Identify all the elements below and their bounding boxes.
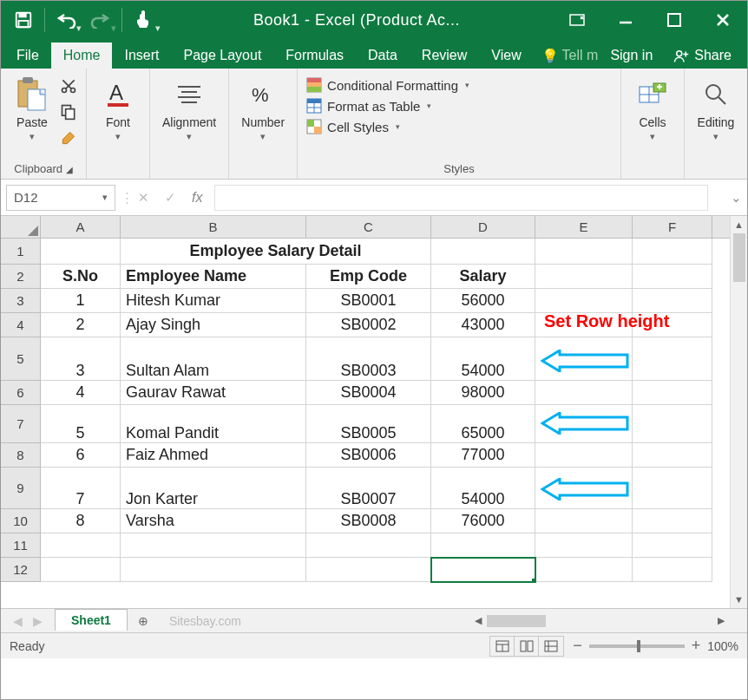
cell[interactable] xyxy=(535,381,633,405)
cell[interactable]: SB0006 xyxy=(306,443,431,468)
select-all-corner[interactable] xyxy=(1,216,41,238)
cell[interactable] xyxy=(121,533,306,558)
cell[interactable]: SB0005 xyxy=(306,405,431,443)
cell[interactable] xyxy=(535,509,633,533)
cell[interactable] xyxy=(121,558,306,582)
cell[interactable] xyxy=(535,265,633,289)
cell[interactable] xyxy=(535,533,633,558)
cancel-formula-icon[interactable]: ✕ xyxy=(138,190,149,206)
tab-file[interactable]: File xyxy=(4,43,51,69)
cell[interactable]: 54000 xyxy=(431,337,535,381)
cell[interactable]: SB0003 xyxy=(306,337,431,381)
cell[interactable] xyxy=(306,533,431,558)
minimize-icon[interactable] xyxy=(601,1,650,39)
alignment-button[interactable]: Alignment▾ xyxy=(159,74,220,144)
cell[interactable]: SB0007 xyxy=(306,468,431,509)
cell[interactable]: SB0008 xyxy=(306,509,431,533)
cell[interactable] xyxy=(633,405,712,443)
cell[interactable]: 76000 xyxy=(431,509,535,533)
cell[interactable] xyxy=(633,443,712,468)
cell[interactable] xyxy=(633,558,712,582)
cell[interactable]: Sultan Alam xyxy=(121,337,306,381)
cell[interactable] xyxy=(633,289,712,313)
undo-icon[interactable]: ▾ xyxy=(49,1,83,39)
scroll-thumb[interactable] xyxy=(733,233,745,282)
col-header[interactable]: C xyxy=(306,216,431,238)
cell[interactable]: Emp Code xyxy=(306,265,431,289)
col-header[interactable]: E xyxy=(535,216,633,238)
row-header[interactable]: 8 xyxy=(1,443,40,468)
tab-home[interactable]: Home xyxy=(51,43,113,69)
paste-button[interactable]: Paste▾ xyxy=(10,74,55,144)
scroll-thumb[interactable] xyxy=(487,615,546,627)
col-header[interactable]: D xyxy=(431,216,535,238)
tab-formulas[interactable]: Formulas xyxy=(273,43,356,69)
cell[interactable] xyxy=(431,533,535,558)
sheet-tab[interactable]: Sheet1 xyxy=(55,609,128,631)
cell[interactable] xyxy=(633,313,712,337)
cell[interactable]: 77000 xyxy=(431,443,535,468)
cell[interactable]: Salary xyxy=(431,265,535,289)
zoom-out-icon[interactable]: − xyxy=(573,637,582,655)
cell[interactable] xyxy=(633,533,712,558)
sign-in[interactable]: Sign in xyxy=(601,43,661,69)
cell[interactable]: 4 xyxy=(41,381,121,405)
cell[interactable]: 8 xyxy=(41,509,121,533)
conditional-formatting-button[interactable]: Conditional Formatting▾ xyxy=(306,77,612,93)
cut-icon[interactable] xyxy=(60,77,77,98)
row-header[interactable]: 3 xyxy=(1,289,40,313)
scroll-left-icon[interactable]: ◀ xyxy=(469,615,487,626)
maximize-icon[interactable] xyxy=(650,1,699,39)
page-break-view-icon[interactable] xyxy=(539,637,563,656)
cell[interactable]: SB0002 xyxy=(306,313,431,337)
zoom-slider[interactable] xyxy=(589,644,685,648)
editing-button[interactable]: Editing▾ xyxy=(693,74,738,144)
normal-view-icon[interactable] xyxy=(490,637,515,656)
col-header[interactable]: B xyxy=(121,216,306,238)
sheet-nav-next-icon[interactable]: ▶ xyxy=(33,614,43,628)
cell[interactable]: Employee Name xyxy=(121,265,306,289)
cell[interactable] xyxy=(535,558,633,582)
cell[interactable] xyxy=(633,381,712,405)
cell[interactable]: SB0004 xyxy=(306,381,431,405)
format-as-table-button[interactable]: Format as Table▾ xyxy=(306,98,612,114)
tab-review[interactable]: Review xyxy=(410,43,479,69)
row-header[interactable]: 11 xyxy=(1,533,40,558)
cell[interactable] xyxy=(535,239,633,265)
cell[interactable] xyxy=(633,509,712,533)
zoom-level[interactable]: 100% xyxy=(707,639,738,653)
cell[interactable] xyxy=(633,239,712,265)
redo-icon[interactable]: ▾ xyxy=(83,1,118,39)
scroll-up-icon[interactable]: ▲ xyxy=(731,216,747,233)
row-header[interactable]: 4 xyxy=(1,313,40,337)
row-header[interactable]: 1 xyxy=(1,239,40,265)
add-sheet-icon[interactable]: ⊕ xyxy=(128,614,159,628)
cell[interactable]: Gaurav Rawat xyxy=(121,381,306,405)
cell[interactable] xyxy=(633,337,712,381)
row-header[interactable]: 7 xyxy=(1,405,40,443)
cell[interactable]: 56000 xyxy=(431,289,535,313)
row-header[interactable]: 2 xyxy=(1,265,40,289)
cell[interactable] xyxy=(535,443,633,468)
cell-styles-button[interactable]: Cell Styles▾ xyxy=(306,119,612,134)
share-button[interactable]: Share xyxy=(665,43,740,69)
cell[interactable]: 1 xyxy=(41,289,121,313)
cell[interactable]: Jon Karter xyxy=(121,468,306,509)
cell[interactable]: 2 xyxy=(41,313,121,337)
cell[interactable]: Varsha xyxy=(121,509,306,533)
horizontal-scrollbar[interactable]: ◀ ▶ xyxy=(469,612,730,630)
tab-page-layout[interactable]: Page Layout xyxy=(171,43,273,69)
cell[interactable]: 98000 xyxy=(431,381,535,405)
cell[interactable]: Hitesh Kumar xyxy=(121,289,306,313)
close-icon[interactable] xyxy=(699,1,747,39)
row-header[interactable]: 6 xyxy=(1,381,40,405)
cell[interactable]: Ajay Singh xyxy=(121,313,306,337)
tell-me[interactable]: 💡Tell m xyxy=(541,48,599,64)
touch-mode-icon[interactable]: ▾ xyxy=(126,1,161,39)
zoom-in-icon[interactable]: + xyxy=(692,637,701,655)
cell[interactable] xyxy=(41,533,121,558)
tab-insert[interactable]: Insert xyxy=(112,43,171,69)
cell[interactable]: 43000 xyxy=(431,313,535,337)
number-button[interactable]: % Number▾ xyxy=(238,74,288,144)
enter-formula-icon[interactable]: ✓ xyxy=(165,190,176,206)
